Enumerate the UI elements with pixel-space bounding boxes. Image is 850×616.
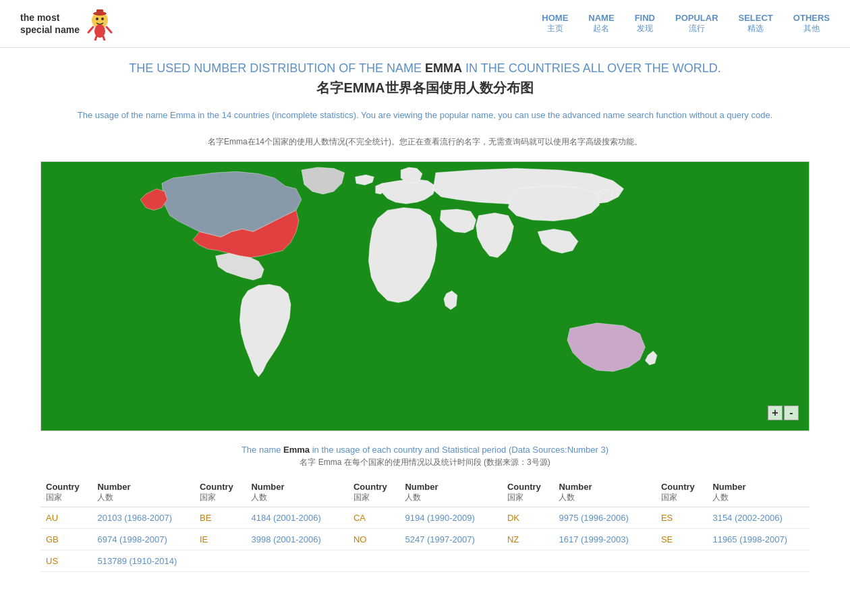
cell-country-2-2 — [348, 551, 399, 572]
svg-line-4 — [88, 27, 93, 32]
cell-country-1-4: SE — [656, 529, 707, 551]
svg-line-7 — [103, 36, 105, 40]
cell-number-1-4: 11965 (1998-2007) — [707, 529, 810, 551]
cell-number-2-3 — [553, 551, 656, 572]
table-header-row: Country 国家 Number 人数 Country 国家 Number 人… — [40, 478, 810, 507]
nav-find[interactable]: FIND 发现 — [635, 13, 655, 34]
cell-number-1-2: 5247 (1997-2007) — [399, 529, 502, 551]
col-header-country-2: Country 国家 — [194, 478, 246, 507]
nav-popular[interactable]: POPULAR 流行 — [675, 13, 718, 34]
col-header-country-4: Country 国家 — [502, 478, 553, 507]
cell-country-1-1: IE — [194, 529, 246, 551]
col-header-number-5: Number 人数 — [707, 478, 810, 507]
data-table: Country 国家 Number 人数 Country 国家 Number 人… — [40, 478, 810, 572]
col-header-country-3: Country 国家 — [348, 478, 399, 507]
col-header-number-2: Number 人数 — [246, 478, 348, 507]
cell-country-0-2: CA — [348, 507, 399, 529]
col-header-country-1: Country 国家 — [40, 478, 92, 507]
logo-mascot-icon — [83, 7, 117, 40]
cell-number-0-0: 20103 (1968-2007) — [92, 507, 194, 529]
svg-rect-9 — [96, 9, 103, 14]
logo-text: the most special name — [20, 11, 80, 36]
cell-country-1-0: GB — [40, 529, 92, 551]
cell-number-2-2 — [399, 551, 502, 572]
nav-others[interactable]: OTHERS 其他 — [793, 13, 830, 34]
page-title-zh: 名字EMMA世界各国使用人数分布图 — [40, 79, 810, 97]
cell-number-1-1: 3998 (2001-2006) — [246, 529, 348, 551]
cell-country-1-3: NZ — [502, 529, 553, 551]
cell-country-0-1: BE — [194, 507, 246, 529]
cell-country-0-0: AU — [40, 507, 92, 529]
cell-country-0-4: ES — [656, 507, 707, 529]
cell-number-1-3: 1617 (1999-2003) — [553, 529, 656, 551]
nav-select[interactable]: SELECT 精选 — [739, 13, 773, 34]
page-title-en: THE USED NUMBER DISTRIBUTION OF THE NAME… — [40, 61, 810, 76]
cell-number-0-3: 9975 (1996-2006) — [553, 507, 656, 529]
cell-number-0-1: 4184 (2001-2006) — [246, 507, 348, 529]
cell-number-2-0: 513789 (1910-2014) — [92, 551, 194, 572]
main-content: THE USED NUMBER DISTRIBUTION OF THE NAME… — [20, 48, 830, 586]
cell-country-2-4 — [656, 551, 707, 572]
col-header-number-1: Number 人数 — [92, 478, 194, 507]
table-row: AU20103 (1968-2007)BE4184 (2001-2006)CA9… — [40, 507, 810, 529]
svg-line-5 — [107, 27, 111, 32]
nav-home[interactable]: HOME 主页 — [542, 13, 568, 34]
main-nav: HOME 主页 NAME 起名 FIND 发现 POPULAR 流行 SELEC… — [542, 13, 830, 34]
cell-country-2-3 — [502, 551, 553, 572]
data-title-en: The name Emma in the usage of each count… — [40, 445, 810, 455]
cell-country-1-2: NO — [348, 529, 399, 551]
svg-line-6 — [95, 36, 96, 40]
cell-country-0-3: DK — [502, 507, 553, 529]
table-row: US513789 (1910-2014) — [40, 551, 810, 572]
cell-number-2-4 — [707, 551, 810, 572]
col-header-number-4: Number 人数 — [553, 478, 656, 507]
zoom-out-button[interactable]: - — [784, 405, 799, 420]
description-en: The usage of the name Emma in the 14 cou… — [40, 107, 810, 123]
table-row: GB6974 (1998-2007)IE3998 (2001-2006)NO52… — [40, 529, 810, 551]
col-header-country-5: Country 国家 — [656, 478, 707, 507]
cell-number-0-2: 9194 (1990-2009) — [399, 507, 502, 529]
cell-country-2-1 — [194, 551, 246, 572]
cell-number-2-1 — [246, 551, 348, 572]
cell-number-0-4: 3154 (2002-2006) — [707, 507, 810, 529]
logo: the most special name — [20, 7, 117, 40]
svg-point-2 — [101, 18, 104, 20]
nav-name[interactable]: NAME 起名 — [588, 13, 614, 34]
data-section: The name Emma in the usage of each count… — [40, 445, 810, 572]
cell-country-2-0: US — [40, 551, 92, 572]
world-map: + - — [40, 161, 810, 431]
cell-number-1-0: 6974 (1998-2007) — [92, 529, 194, 551]
data-title-zh: 名字 Emma 在每个国家的使用情况以及统计时间段 (数据来源：3号源) — [40, 457, 810, 468]
col-header-number-3: Number 人数 — [399, 478, 502, 507]
map-controls: + - — [768, 405, 799, 420]
description-zh: 名字Emma在14个国家的使用人数情况(不完全统计)。您正在查看流行的名字，无需… — [40, 136, 810, 148]
header: the most special name HOME 主页 NAME — [0, 0, 850, 48]
svg-point-1 — [96, 18, 98, 20]
zoom-in-button[interactable]: + — [768, 405, 783, 420]
map-svg — [41, 162, 809, 430]
